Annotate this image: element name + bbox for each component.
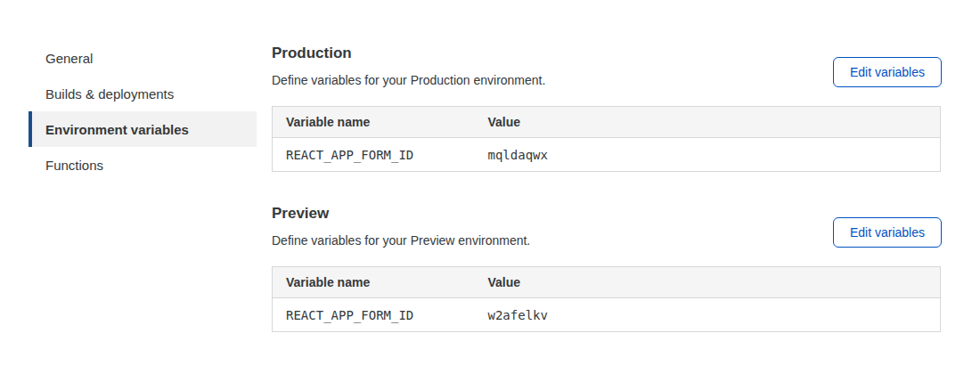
column-header-value: Value	[475, 107, 941, 138]
table-header-row: Variable name Value	[273, 267, 941, 298]
settings-sidebar: General Builds & deployments Environment…	[29, 40, 257, 183]
column-header-variable-name: Variable name	[273, 107, 475, 138]
preview-section: Preview Define variables for your Previe…	[272, 205, 941, 332]
sidebar-item-label: General	[45, 51, 93, 66]
column-header-variable-name: Variable name	[273, 267, 475, 298]
sidebar-item-label: Environment variables	[45, 122, 189, 137]
variable-name-cell: REACT_APP_FORM_ID	[273, 298, 475, 332]
production-section: Production Define variables for your Pro…	[272, 45, 941, 172]
production-edit-variables-button[interactable]: Edit variables	[833, 57, 942, 87]
variable-value-cell: w2afelkv	[475, 298, 941, 332]
table-row: REACT_APP_FORM_ID mqldaqwx	[273, 138, 941, 172]
variable-name-cell: REACT_APP_FORM_ID	[273, 138, 475, 172]
sidebar-item-environment-variables[interactable]: Environment variables	[29, 111, 257, 147]
environment-variables-panel: Production Define variables for your Pro…	[272, 45, 941, 332]
sidebar-item-functions[interactable]: Functions	[29, 147, 257, 183]
variable-value-cell: mqldaqwx	[475, 138, 941, 172]
sidebar-item-label: Functions	[45, 158, 103, 173]
sidebar-item-general[interactable]: General	[29, 40, 257, 76]
sidebar-item-builds-deployments[interactable]: Builds & deployments	[29, 76, 257, 111]
preview-edit-variables-button[interactable]: Edit variables	[833, 217, 942, 248]
preview-variables-table: Variable name Value REACT_APP_FORM_ID w2…	[272, 266, 941, 332]
table-header-row: Variable name Value	[273, 107, 941, 138]
table-row: REACT_APP_FORM_ID w2afelkv	[273, 298, 941, 332]
production-variables-table: Variable name Value REACT_APP_FORM_ID mq…	[272, 106, 941, 172]
sidebar-item-label: Builds & deployments	[45, 86, 174, 102]
column-header-value: Value	[475, 267, 941, 298]
